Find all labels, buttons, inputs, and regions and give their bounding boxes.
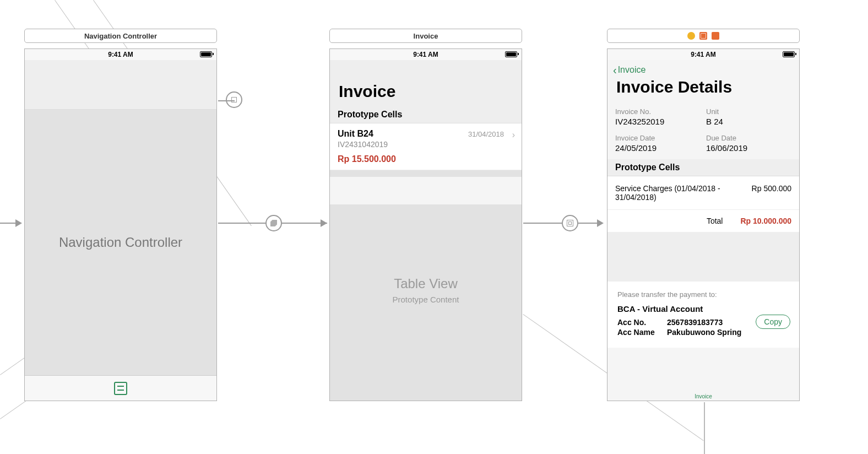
- exit-icon: [712, 32, 719, 40]
- tableview-placeholder-title: Table View: [330, 276, 522, 291]
- entry-segue: [0, 223, 17, 224]
- line-item-desc: Service Charges (01/04/2018 - 31/04/2018…: [615, 184, 725, 202]
- back-label: Invoice: [618, 65, 646, 75]
- line-item-amount: Rp 500.000: [752, 184, 791, 202]
- total-label: Total: [707, 217, 723, 225]
- battery-icon: [200, 51, 212, 57]
- payment-prompt: Please transfer the payment to:: [617, 290, 789, 299]
- segue-show-badge[interactable]: [562, 215, 578, 231]
- unit-value: B 24: [706, 117, 791, 126]
- battery-icon: [505, 51, 517, 57]
- invoice-meta: Invoice No. IV243252019 Unit B 24 Invoic…: [607, 102, 799, 159]
- segue-relationship-badge[interactable]: [226, 91, 242, 108]
- segue-show-head: [597, 219, 604, 227]
- segue-root-badge[interactable]: [265, 215, 282, 231]
- chevron-left-icon: ‹: [613, 64, 617, 75]
- status-time: 9:41 AM: [413, 51, 438, 58]
- status-time: 9:41 AM: [108, 51, 133, 58]
- accname-value: Pakubuwono Spring: [667, 328, 741, 337]
- scene-title[interactable]: Invoice: [329, 29, 522, 43]
- warning-icon: [687, 32, 695, 40]
- scene-navigation-controller[interactable]: Navigation Controller 9:41 AM Navigation…: [24, 29, 217, 401]
- segue-relationship-line: [218, 100, 235, 101]
- bg-line: [704, 402, 705, 454]
- invoice-no-label: Invoice No.: [615, 107, 701, 116]
- chevron-right-icon: ›: [512, 130, 515, 140]
- section-header: Prototype Cells: [330, 106, 522, 123]
- tab-bar: [25, 375, 216, 401]
- status-time: 9:41 AM: [691, 51, 716, 58]
- status-bar: 9:41 AM: [330, 49, 522, 60]
- total-amount: Rp 10.000.000: [740, 217, 791, 225]
- invoice-date-label: Invoice Date: [615, 134, 701, 142]
- invoice-cell[interactable]: Unit B24 IV2431042019 Rp 15.500.000 31/0…: [330, 123, 522, 170]
- navbar-placeholder: [25, 60, 216, 110]
- scene-title-text: Invoice: [414, 32, 438, 40]
- navcontroller-body: Navigation Controller: [25, 110, 216, 375]
- section-header: Prototype Cells: [607, 159, 799, 176]
- accno-label: Acc No.: [617, 318, 667, 327]
- spacer: [607, 232, 799, 282]
- scene-invoice-list[interactable]: Invoice 9:41 AM Invoice Prototype Cells …: [329, 29, 522, 401]
- scene-title[interactable]: [607, 29, 800, 43]
- phone-frame: 9:41 AM Invoice Prototype Cells Unit B24…: [329, 48, 522, 401]
- invoice-no-value: IV243252019: [615, 117, 701, 126]
- scene-title-text: Navigation Controller: [84, 32, 157, 40]
- copy-button[interactable]: Copy: [756, 315, 790, 329]
- cell-date: 31/04/2018: [468, 130, 504, 138]
- copy-button-label: Copy: [764, 317, 782, 326]
- object-icon: [699, 32, 707, 40]
- phone-frame: 9:41 AM ‹ Invoice Invoice Details Invoic…: [607, 48, 800, 401]
- scene-title[interactable]: Navigation Controller: [24, 29, 217, 43]
- entry-segue-head: [15, 219, 22, 227]
- tableview-placeholder-sub: Prototype Content: [330, 295, 522, 304]
- total-row: Total Rp 10.000.000: [607, 209, 799, 232]
- invoice-date-value: 24/05/2019: [615, 143, 701, 153]
- status-bar: 9:41 AM: [607, 49, 799, 60]
- accname-label: Acc Name: [617, 328, 667, 337]
- tab-label[interactable]: Invoice: [607, 393, 799, 401]
- phone-frame: 9:41 AM Navigation Controller: [24, 48, 217, 401]
- segue-root-head: [321, 219, 327, 227]
- battery-icon: [783, 51, 795, 57]
- status-bar: 9:41 AM: [25, 49, 216, 60]
- payment-box: Please transfer the payment to: BCA - Vi…: [607, 282, 799, 348]
- navbar: ‹ Invoice Invoice Details: [607, 60, 799, 102]
- due-date-label: Due Date: [706, 134, 791, 142]
- cell-price: Rp 15.500.000: [338, 154, 514, 164]
- page-title: Invoice: [330, 60, 522, 106]
- navcontroller-label: Navigation Controller: [59, 235, 182, 250]
- cell-invoice-no: IV2431042019: [338, 140, 514, 149]
- invoice-tab-icon[interactable]: [114, 382, 127, 395]
- storyboard-canvas[interactable]: Navigation Controller 9:41 AM Navigation…: [0, 0, 868, 454]
- bank-name: BCA - Virtual Account: [617, 304, 789, 314]
- line-item: Service Charges (01/04/2018 - 31/04/2018…: [607, 176, 799, 209]
- accno-value: 2567839183773: [667, 318, 723, 327]
- scene-invoice-details[interactable]: 9:41 AM ‹ Invoice Invoice Details Invoic…: [607, 29, 800, 401]
- due-date-value: 16/06/2019: [706, 143, 791, 153]
- back-button[interactable]: ‹ Invoice: [613, 64, 645, 75]
- unit-label: Unit: [706, 107, 791, 116]
